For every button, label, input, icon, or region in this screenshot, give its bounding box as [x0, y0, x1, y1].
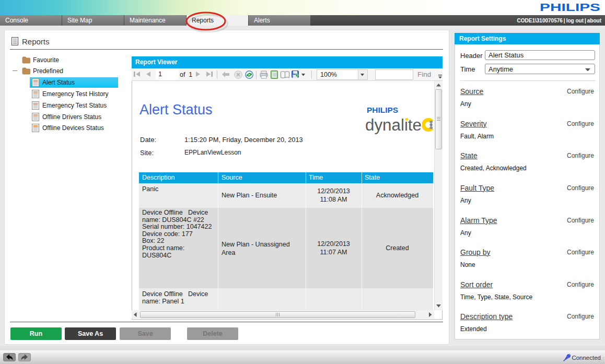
- svg-text:PHILIPS: PHILIPS: [540, 2, 600, 13]
- svg-text:dynalite: dynalite: [365, 116, 422, 134]
- svg-text:PHILIPS: PHILIPS: [367, 106, 398, 114]
